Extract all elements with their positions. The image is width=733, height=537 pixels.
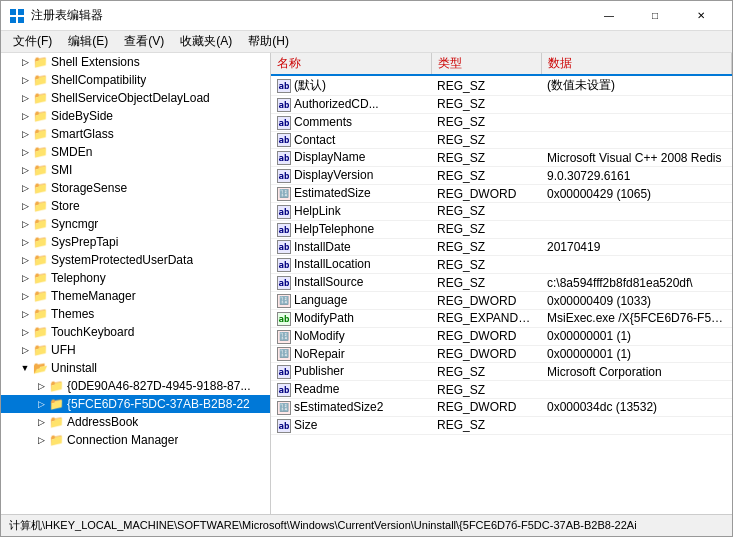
- menu-favorites[interactable]: 收藏夹(A): [172, 31, 240, 52]
- registry-value-type: REG_EXPAND_SZ: [431, 309, 541, 327]
- expand-arrow: ▷: [17, 309, 33, 319]
- tree-item-address-book[interactable]: ▷ 📁 AddressBook: [1, 413, 270, 431]
- registry-value-name: 🔢NoRepair: [271, 345, 431, 363]
- tree-label: ShellCompatibility: [51, 73, 146, 87]
- status-text: 计算机\HKEY_LOCAL_MACHINE\SOFTWARE\Microsof…: [9, 518, 637, 533]
- table-row[interactable]: 🔢NoModifyREG_DWORD0x00000001 (1): [271, 327, 732, 345]
- close-button[interactable]: ✕: [678, 1, 724, 31]
- table-row[interactable]: abDisplayVersionREG_SZ9.0.30729.6161: [271, 167, 732, 185]
- column-header-data[interactable]: 数据: [541, 53, 732, 75]
- expand-arrow: ▷: [17, 93, 33, 103]
- tree-item-side-by-side[interactable]: ▷ 📁 SideBySide: [1, 107, 270, 125]
- table-row[interactable]: abReadmeREG_SZ: [271, 381, 732, 399]
- folder-icon: 📁: [33, 217, 49, 231]
- table-row[interactable]: abHelpLinkREG_SZ: [271, 202, 732, 220]
- registry-value-type: REG_SZ: [431, 202, 541, 220]
- menu-help[interactable]: 帮助(H): [240, 31, 297, 52]
- table-row[interactable]: 🔢EstimatedSizeREG_DWORD0x00000429 (1065): [271, 185, 732, 203]
- tree-item-smd-en[interactable]: ▷ 📁 SMDEn: [1, 143, 270, 161]
- tree-item-touch-keyboard[interactable]: ▷ 📁 TouchKeyboard: [1, 323, 270, 341]
- tree-item-smi[interactable]: ▷ 📁 SMI: [1, 161, 270, 179]
- expand-arrow: ▷: [33, 381, 49, 391]
- menu-edit[interactable]: 编辑(E): [60, 31, 116, 52]
- tree-label: TouchKeyboard: [51, 325, 134, 339]
- registry-value-data: [541, 113, 732, 131]
- table-row[interactable]: abHelpTelephoneREG_SZ: [271, 220, 732, 238]
- registry-value-type: REG_SZ: [431, 149, 541, 167]
- tree-item-system-protected[interactable]: ▷ 📁 SystemProtectedUserData: [1, 251, 270, 269]
- registry-value-data: [541, 381, 732, 399]
- window-title: 注册表编辑器: [31, 7, 103, 24]
- table-row[interactable]: abInstallDateREG_SZ20170419: [271, 238, 732, 256]
- svg-rect-2: [10, 17, 16, 23]
- table-row[interactable]: 🔢NoRepairREG_DWORD0x00000001 (1): [271, 345, 732, 363]
- registry-value-name: abContact: [271, 131, 431, 149]
- table-row[interactable]: abInstallSourceREG_SZc:\8a594fff2b8fd81e…: [271, 274, 732, 292]
- tree-item-syncmgr[interactable]: ▷ 📁 Syncmgr: [1, 215, 270, 233]
- expand-arrow: ▷: [33, 435, 49, 445]
- tree-item-guid1[interactable]: ▷ 📁 {0DE90A46-827D-4945-9188-87...: [1, 377, 270, 395]
- registry-value-data: 0x00000001 (1): [541, 327, 732, 345]
- table-row[interactable]: abContactREG_SZ: [271, 131, 732, 149]
- tree-item-store[interactable]: ▷ 📁 Store: [1, 197, 270, 215]
- table-row[interactable]: abModifyPathREG_EXPAND_SZMsiExec.exe /X{…: [271, 309, 732, 327]
- title-bar-left: 注册表编辑器: [9, 7, 103, 24]
- table-row[interactable]: ab(默认)REG_SZ(数值未设置): [271, 75, 732, 96]
- menu-view[interactable]: 查看(V): [116, 31, 172, 52]
- tree-item-connection-manager[interactable]: ▷ 📁 Connection Manager: [1, 431, 270, 449]
- registry-value-name: abHelpLink: [271, 202, 431, 220]
- table-row[interactable]: 🔢LanguageREG_DWORD0x00000409 (1033): [271, 292, 732, 310]
- table-row[interactable]: 🔢sEstimatedSize2REG_DWORD0x000034dc (135…: [271, 399, 732, 417]
- expand-arrow: ▷: [33, 399, 49, 409]
- tree-label: ShellServiceObjectDelayLoad: [51, 91, 210, 105]
- tree-label: SystemProtectedUserData: [51, 253, 193, 267]
- tree-item-themes[interactable]: ▷ 📁 Themes: [1, 305, 270, 323]
- tree-item-shell-extensions[interactable]: ▷ 📁 Shell Extensions: [1, 53, 270, 71]
- column-header-name[interactable]: 名称: [271, 53, 431, 75]
- registry-value-data: c:\8a594fff2b8fd81ea520df\: [541, 274, 732, 292]
- registry-value-data: [541, 131, 732, 149]
- tree-item-sys-prep[interactable]: ▷ 📁 SysPrepTapi: [1, 233, 270, 251]
- registry-value-data: [541, 220, 732, 238]
- maximize-button[interactable]: □: [632, 1, 678, 31]
- tree-item-guid2[interactable]: ▷ 📁 {5FCE6D76-F5DC-37AB-B2B8-22: [1, 395, 270, 413]
- tree-item-ufh[interactable]: ▷ 📁 UFH: [1, 341, 270, 359]
- tree-label: ThemeManager: [51, 289, 136, 303]
- registry-value-data: (数值未设置): [541, 75, 732, 96]
- tree-item-telephony[interactable]: ▷ 📁 Telephony: [1, 269, 270, 287]
- table-row[interactable]: abInstallLocationREG_SZ: [271, 256, 732, 274]
- menu-file[interactable]: 文件(F): [5, 31, 60, 52]
- table-row[interactable]: abPublisherREG_SZMicrosoft Corporation: [271, 363, 732, 381]
- registry-value-name: abComments: [271, 113, 431, 131]
- column-header-type[interactable]: 类型: [431, 53, 541, 75]
- folder-icon: 📁: [33, 271, 49, 285]
- tree-item-shell-service[interactable]: ▷ 📁 ShellServiceObjectDelayLoad: [1, 89, 270, 107]
- folder-icon: 📁: [33, 145, 49, 159]
- registry-value-type: REG_SZ: [431, 363, 541, 381]
- tree-item-uninstall[interactable]: ▼ 📂 Uninstall: [1, 359, 270, 377]
- registry-value-name: abDisplayName: [271, 149, 431, 167]
- tree-item-storage-sense[interactable]: ▷ 📁 StorageSense: [1, 179, 270, 197]
- tree-item-theme-manager[interactable]: ▷ 📁 ThemeManager: [1, 287, 270, 305]
- table-row[interactable]: abAuthorizedCD...REG_SZ: [271, 96, 732, 114]
- tree-label: SysPrepTapi: [51, 235, 118, 249]
- registry-value-data: 0x00000429 (1065): [541, 185, 732, 203]
- table-row[interactable]: abCommentsREG_SZ: [271, 113, 732, 131]
- tree-label: SideBySide: [51, 109, 113, 123]
- expand-arrow: ▼: [17, 363, 33, 373]
- app-icon: [9, 8, 25, 24]
- tree-label: Store: [51, 199, 80, 213]
- folder-icon: 📁: [33, 127, 49, 141]
- minimize-button[interactable]: —: [586, 1, 632, 31]
- folder-icon: 📁: [49, 379, 65, 393]
- table-row[interactable]: abDisplayNameREG_SZMicrosoft Visual C++ …: [271, 149, 732, 167]
- registry-value-type: REG_SZ: [431, 416, 541, 434]
- registry-value-name: abSize: [271, 416, 431, 434]
- tree-item-shell-compat[interactable]: ▷ 📁 ShellCompatibility: [1, 71, 270, 89]
- folder-icon: 📁: [33, 163, 49, 177]
- svg-rect-0: [10, 9, 16, 15]
- tree-item-smart-glass[interactable]: ▷ 📁 SmartGlass: [1, 125, 270, 143]
- folder-icon: 📁: [33, 253, 49, 267]
- table-row[interactable]: abSizeREG_SZ: [271, 416, 732, 434]
- tree-label: Syncmgr: [51, 217, 98, 231]
